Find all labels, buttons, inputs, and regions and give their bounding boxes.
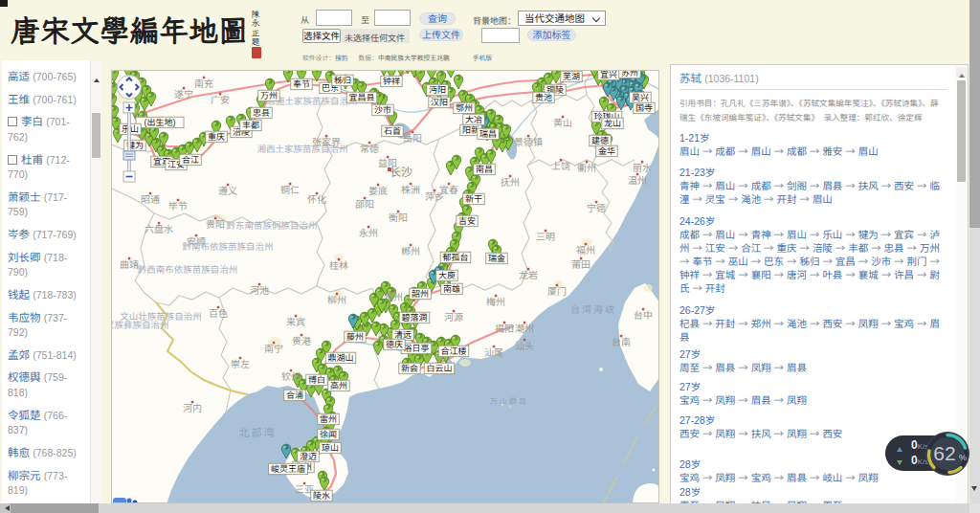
svg-text:韶州: 韶州 xyxy=(412,289,429,299)
svg-text:衡阳: 衡阳 xyxy=(389,212,408,223)
svg-text:六盘水: 六盘水 xyxy=(145,224,173,234)
svg-text:红河哈尼族彝族自治州: 红河哈尼族彝族自治州 xyxy=(112,320,169,330)
svg-text:南宁: 南宁 xyxy=(264,344,283,354)
svg-text:梅州: 梅州 xyxy=(486,297,505,307)
svg-text:龙山: 龙山 xyxy=(604,119,621,128)
svg-text:抚州: 抚州 xyxy=(501,177,520,188)
svg-text:邵阳: 邵阳 xyxy=(355,199,374,210)
svg-text:白云山: 白云山 xyxy=(426,364,452,373)
svg-text:台南: 台南 xyxy=(612,337,631,347)
svg-text:汉阳: 汉阳 xyxy=(431,98,448,107)
svg-text:遂宁: 遂宁 xyxy=(174,89,193,100)
svg-text:琼山: 琼山 xyxy=(322,443,339,453)
svg-text:万州: 万州 xyxy=(260,91,278,100)
svg-text:景德镇: 景德镇 xyxy=(514,137,543,147)
svg-text:贵阳: 贵阳 xyxy=(206,219,225,230)
svg-text:宜昌县: 宜昌县 xyxy=(348,93,374,102)
svg-text:昭通: 昭通 xyxy=(141,194,160,205)
svg-text:建德: 建德 xyxy=(591,136,609,145)
svg-text:曲靖: 曲靖 xyxy=(120,259,139,270)
svg-text:大冶: 大冶 xyxy=(465,115,482,124)
svg-text:徐闻: 徐闻 xyxy=(320,430,337,439)
svg-text:长沙: 长沙 xyxy=(390,166,412,179)
svg-text:沙市: 沙市 xyxy=(374,105,391,115)
svg-text:岳阳: 岳阳 xyxy=(403,133,422,144)
svg-text:鼎湖山: 鼎湖山 xyxy=(327,353,353,363)
svg-text:河源: 河源 xyxy=(444,312,463,323)
svg-text:万山群岛: 万山群岛 xyxy=(490,397,528,406)
svg-text:北部湾: 北部湾 xyxy=(239,427,277,438)
svg-text:常德: 常德 xyxy=(360,144,379,154)
svg-text:南雄: 南雄 xyxy=(443,284,460,294)
svg-text:厦门: 厦门 xyxy=(547,286,567,297)
svg-text:铜仁: 铜仁 xyxy=(280,185,300,195)
svg-text:瑞金: 瑞金 xyxy=(488,254,505,263)
svg-text:福州: 福州 xyxy=(576,245,595,256)
svg-text:株洲: 株洲 xyxy=(401,185,420,195)
svg-text:吴兴: 吴兴 xyxy=(632,93,649,102)
svg-text:高州: 高州 xyxy=(330,381,347,390)
svg-text:吉安: 吉安 xyxy=(458,216,476,226)
svg-text:金华: 金华 xyxy=(598,146,615,156)
svg-text:龙岩: 龙岩 xyxy=(519,270,538,280)
svg-text:河池: 河池 xyxy=(250,285,269,296)
svg-text:苏州: 苏州 xyxy=(621,71,638,78)
svg-text:宜春: 宜春 xyxy=(439,185,458,195)
svg-text:台中: 台中 xyxy=(634,310,653,321)
svg-text:丽水: 丽水 xyxy=(633,163,652,173)
svg-text:澄迈: 澄迈 xyxy=(300,452,317,461)
svg-text:温州: 温州 xyxy=(628,175,647,186)
svg-text:遵义: 遵义 xyxy=(218,186,237,196)
svg-text:郴州: 郴州 xyxy=(401,246,420,256)
svg-text:浴日亭: 浴日亭 xyxy=(403,344,429,353)
svg-text:国寺: 国寺 xyxy=(635,103,653,113)
svg-text:湘西土家族苗族自治州: 湘西土家族苗族自治州 xyxy=(256,144,347,154)
svg-text:沔阳: 沔阳 xyxy=(429,85,446,95)
svg-text:钟祥: 钟祥 xyxy=(383,77,400,86)
svg-text:奉节: 奉节 xyxy=(293,79,310,89)
svg-text:合浦: 合浦 xyxy=(286,390,303,400)
svg-text:丰都: 丰都 xyxy=(242,121,259,130)
svg-text:秭归: 秭归 xyxy=(334,76,351,85)
svg-text:来宾: 来宾 xyxy=(286,317,305,327)
svg-text:黔西南布依族苗族自治州: 黔西南布依族苗族自治州 xyxy=(138,264,238,275)
svg-text:钦州: 钦州 xyxy=(281,371,301,382)
svg-text:忠县: 忠县 xyxy=(253,108,270,118)
svg-text:娄底: 娄底 xyxy=(368,186,388,196)
svg-text:陵水: 陵水 xyxy=(313,491,330,501)
svg-text:永州: 永州 xyxy=(359,228,378,238)
svg-text:莆田: 莆田 xyxy=(571,259,590,270)
svg-text:宁德: 宁德 xyxy=(587,203,606,213)
svg-text:衢州: 衢州 xyxy=(577,163,596,173)
svg-text:贵池: 贵池 xyxy=(535,93,552,102)
svg-text:合江: 合江 xyxy=(182,155,199,165)
svg-text:芜湖: 芜湖 xyxy=(563,72,580,81)
svg-text:雷州: 雷州 xyxy=(320,414,337,424)
svg-text:黔南布依族苗族自治州: 黔南布依族苗族自治州 xyxy=(182,241,273,252)
svg-text:合江楼: 合江楼 xyxy=(440,346,466,356)
svg-text:藤州: 藤州 xyxy=(346,332,364,342)
svg-text:揭阳: 揭阳 xyxy=(495,323,514,334)
svg-text:石首: 石首 xyxy=(384,126,401,136)
svg-text:潮州: 潮州 xyxy=(515,323,534,334)
svg-text:上饶: 上饶 xyxy=(551,161,570,171)
svg-text:黔东南苗族侗族自治州: 黔东南苗族侗族自治州 xyxy=(226,220,317,231)
svg-text:台湾海峡: 台湾海峡 xyxy=(570,304,616,315)
svg-text:新干: 新干 xyxy=(465,194,482,204)
svg-text:宜兴: 宜兴 xyxy=(600,71,617,79)
svg-text:恩施土家族苗族自治州: 恩施土家族苗族自治州 xyxy=(266,96,357,106)
svg-text:毕节: 毕节 xyxy=(168,201,188,212)
svg-text:郁孤台: 郁孤台 xyxy=(442,253,468,262)
svg-text:贵港: 贵港 xyxy=(292,336,311,346)
svg-text:贺州: 贺州 xyxy=(384,292,403,302)
svg-text:62: 62 xyxy=(933,442,955,464)
svg-text:汕头: 汕头 xyxy=(515,341,534,351)
svg-text:德庆: 德庆 xyxy=(386,340,403,349)
svg-text:峻灵王庙: 峻灵王庙 xyxy=(271,464,305,474)
svg-text:桂林: 桂林 xyxy=(329,260,348,271)
svg-text:清远: 清远 xyxy=(394,330,412,340)
svg-text:汕尾: 汕尾 xyxy=(484,347,503,358)
svg-text:南充: 南充 xyxy=(194,78,213,89)
svg-text:百色: 百色 xyxy=(209,308,228,319)
svg-text:柳州: 柳州 xyxy=(327,295,346,305)
